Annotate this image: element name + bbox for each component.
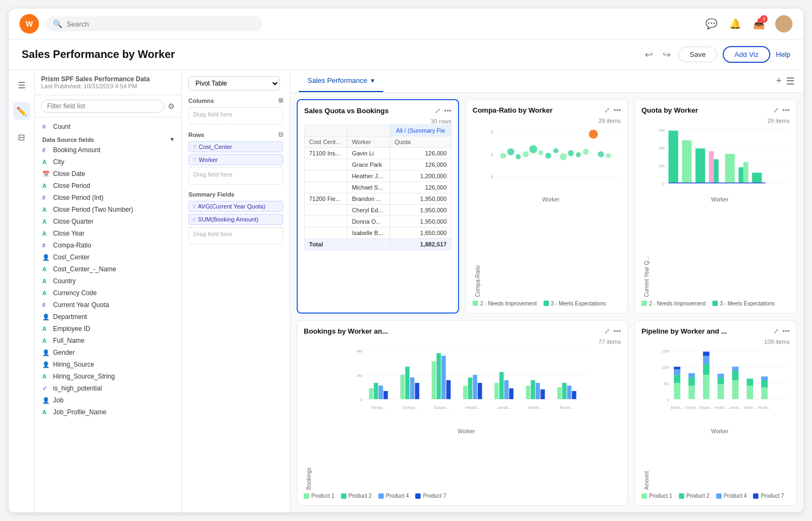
pipeline-legend-dot-2 [679,493,684,499]
save-button[interactable]: Save [678,47,717,62]
bell-icon[interactable]: 🔔 [728,16,743,31]
tab-sales-performance[interactable]: Sales Performance ▾ [299,70,383,92]
field-item[interactable]: 👤Gender [35,347,181,359]
field-item[interactable]: ACity [35,156,181,168]
pipeline-y-label: Amount [641,345,650,490]
svg-point-18 [589,129,598,139]
svg-rect-29 [669,131,678,183]
compa-more-button[interactable]: ••• [613,106,621,114]
field-item[interactable]: #Close Period (Int) [35,192,181,204]
field-item[interactable]: AClose Year [35,227,181,239]
columns-drop-zone[interactable]: Drag field here [188,107,283,125]
row-field-label: Worker [199,157,218,163]
field-item[interactable]: #Current Year Quota [35,299,181,311]
field-type-icon: # [42,194,50,201]
row-field-worker[interactable]: ⠿ Worker [188,154,283,165]
gear-button[interactable]: ⚙ [168,102,175,110]
pipeline-chart: Amount 15M 10M 5M 0 [641,345,790,490]
field-item[interactable]: AHiring_Source_String [35,370,181,382]
summary-field-sum[interactable]: # SUM(Booking Amount) [188,214,283,225]
field-item[interactable]: #Compa-Ratio [35,239,181,251]
field-item[interactable]: AClose Period (Two Number) [35,204,181,216]
add-viz-button[interactable]: Add Viz [723,46,771,63]
page-header: Sales Performance by Worker ↩ ↪ Save Add… [9,40,803,70]
svg-rect-57 [463,386,468,399]
bookings-svg: 4M 2M 0 [312,345,621,426]
field-item[interactable]: 📅Close Date [35,168,181,180]
pipeline-more-button[interactable]: ••• [782,327,790,335]
rows-drop-zone[interactable]: Drag field here [188,167,283,185]
svg-rect-65 [526,386,531,399]
count-type-icon: # [42,123,50,130]
count-field[interactable]: # Count [35,121,181,133]
field-item[interactable]: ✓is_high_potential [35,382,181,394]
svg-rect-58 [468,377,473,399]
tab-menu-button[interactable]: ☰ [786,75,795,87]
compa-expand-button[interactable]: ⤢ [604,106,610,114]
field-item[interactable]: 👤Hiring_Source [35,359,181,370]
viz-grid: Sales Quota vs Bookings ⤢ ••• 30 rows [290,93,803,512]
bookings-more-button[interactable]: ••• [613,327,621,335]
field-type-icon: A [42,290,50,296]
field-item[interactable]: AClose Quarter [35,216,181,227]
field-item-label: Compa-Ratio [53,242,91,249]
pivot-more-button[interactable]: ••• [444,107,451,115]
field-item[interactable]: AFull_Name [35,335,181,347]
svg-rect-68 [541,389,545,399]
quota-expand-button[interactable]: ⤢ [773,106,779,114]
pivot-expand-button[interactable]: ⤢ [435,107,441,115]
field-item[interactable]: AEmployee ID [35,323,181,335]
field-item[interactable]: 👤Job [35,394,181,406]
field-item-label: Booking Amount [53,146,100,154]
field-item[interactable]: ACurrency Code [35,287,181,299]
summary-field-label: SUM(Booking Amount) [198,216,259,223]
pivot-chart-actions: ⤢ ••• [435,107,451,115]
pipeline-expand-button[interactable]: ⤢ [773,327,779,335]
quota-more-button[interactable]: ••• [782,106,790,114]
field-item[interactable]: 👤Department [35,311,181,323]
field-item[interactable]: 👤Cost_Center [35,251,181,263]
quota-actions: ⤢ ••• [773,106,790,114]
viz-tabs: Sales Performance ▾ + ☰ [290,70,803,93]
row-field-cost-center[interactable]: ⠿ Cost_Center [188,141,283,152]
field-item[interactable]: ACost_Center_-_Name [35,263,181,275]
search-input[interactable] [67,20,254,28]
field-item[interactable]: #Booking Amount [35,144,181,156]
svg-text:2: 2 [491,129,494,135]
svg-rect-47 [379,386,383,399]
help-button[interactable]: Help [776,50,790,58]
chat-icon[interactable]: 💬 [704,16,719,31]
pivot-th-worker [348,125,390,136]
summary-field-avg[interactable]: # AVG(Current Year Quota) [188,201,283,212]
svg-rect-60 [478,383,482,399]
edit-icon[interactable]: ✏️ [13,102,30,120]
field-item[interactable]: AJob_Profile_Name [35,406,181,418]
data-icon[interactable]: ☰ [13,76,30,94]
pivot-panel: Pivot Table Columns ⊞ Drag field here Ro… [182,70,290,512]
redo-button[interactable]: ↪ [660,47,673,63]
field-type-icon: 👤 [42,349,50,356]
field-item-label: Department [53,313,87,321]
add-tab-button[interactable]: + [776,75,782,87]
bookings-y-label: Bookings [304,345,312,490]
svg-rect-66 [531,380,535,399]
pipeline-legend-dot-3 [716,493,722,499]
svg-text:Heath...: Heath... [714,405,727,409]
inbox-icon[interactable]: 📥 3 [751,16,767,31]
filter-icon[interactable]: ⊟ [13,128,30,146]
bookings-expand-button[interactable]: ⤢ [604,327,610,335]
avatar[interactable] [775,15,793,32]
undo-button[interactable]: ↩ [643,47,655,63]
bookings-legend-3: Product 4 [378,493,409,499]
svg-rect-89 [674,375,680,383]
pivot-type-select[interactable]: Pivot Table [188,76,280,90]
field-item-label: City [53,158,64,166]
field-filter-input[interactable] [41,100,165,113]
field-item[interactable]: AClose Period [35,180,181,192]
search-bar[interactable]: 🔍 [45,16,262,31]
summary-drop-zone[interactable]: Drag field here [188,227,283,244]
svg-rect-99 [718,384,724,399]
svg-text:Cheryl...: Cheryl... [685,405,699,409]
field-item[interactable]: ACountry [35,275,181,287]
svg-rect-51 [410,377,415,399]
